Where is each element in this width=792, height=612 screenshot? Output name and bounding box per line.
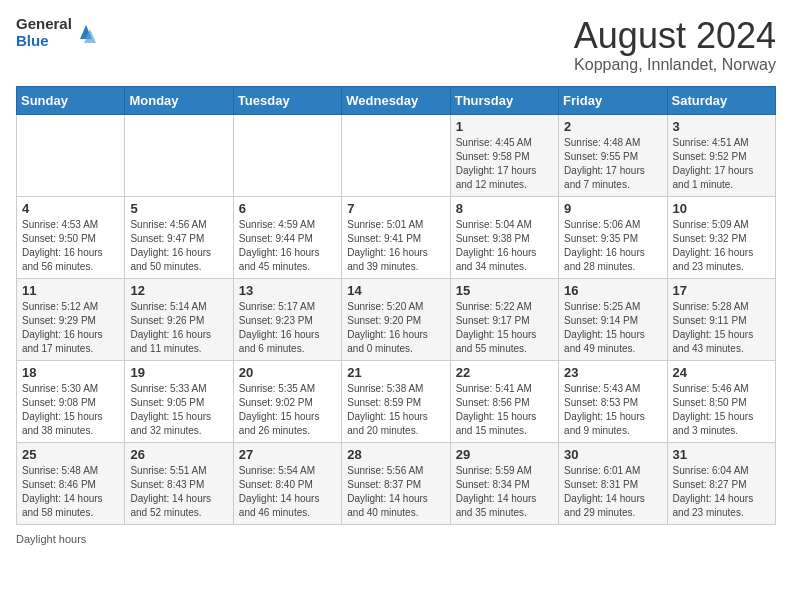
day-number: 13 bbox=[239, 283, 336, 298]
calendar-cell: 27Sunrise: 5:54 AM Sunset: 8:40 PM Dayli… bbox=[233, 442, 341, 524]
day-info: Sunrise: 4:59 AM Sunset: 9:44 PM Dayligh… bbox=[239, 218, 336, 274]
day-number: 31 bbox=[673, 447, 770, 462]
day-info: Sunrise: 5:01 AM Sunset: 9:41 PM Dayligh… bbox=[347, 218, 444, 274]
calendar-header: SundayMondayTuesdayWednesdayThursdayFrid… bbox=[17, 86, 776, 114]
calendar-cell: 12Sunrise: 5:14 AM Sunset: 9:26 PM Dayli… bbox=[125, 278, 233, 360]
calendar-cell: 30Sunrise: 6:01 AM Sunset: 8:31 PM Dayli… bbox=[559, 442, 667, 524]
day-number: 21 bbox=[347, 365, 444, 380]
day-info: Sunrise: 5:17 AM Sunset: 9:23 PM Dayligh… bbox=[239, 300, 336, 356]
day-info: Sunrise: 5:14 AM Sunset: 9:26 PM Dayligh… bbox=[130, 300, 227, 356]
day-info: Sunrise: 5:12 AM Sunset: 9:29 PM Dayligh… bbox=[22, 300, 119, 356]
day-info: Sunrise: 5:46 AM Sunset: 8:50 PM Dayligh… bbox=[673, 382, 770, 438]
day-number: 30 bbox=[564, 447, 661, 462]
calendar-week-1: 1Sunrise: 4:45 AM Sunset: 9:58 PM Daylig… bbox=[17, 114, 776, 196]
logo-general: General bbox=[16, 16, 72, 33]
calendar-cell: 1Sunrise: 4:45 AM Sunset: 9:58 PM Daylig… bbox=[450, 114, 558, 196]
day-number: 7 bbox=[347, 201, 444, 216]
day-info: Sunrise: 5:04 AM Sunset: 9:38 PM Dayligh… bbox=[456, 218, 553, 274]
logo-block: General Blue bbox=[16, 16, 98, 49]
header: General Blue August 2024 Koppang, Innlan… bbox=[16, 16, 776, 74]
calendar-week-4: 18Sunrise: 5:30 AM Sunset: 9:08 PM Dayli… bbox=[17, 360, 776, 442]
calendar-cell: 18Sunrise: 5:30 AM Sunset: 9:08 PM Dayli… bbox=[17, 360, 125, 442]
day-number: 17 bbox=[673, 283, 770, 298]
calendar-cell: 26Sunrise: 5:51 AM Sunset: 8:43 PM Dayli… bbox=[125, 442, 233, 524]
calendar-cell: 9Sunrise: 5:06 AM Sunset: 9:35 PM Daylig… bbox=[559, 196, 667, 278]
day-info: Sunrise: 5:25 AM Sunset: 9:14 PM Dayligh… bbox=[564, 300, 661, 356]
day-number: 20 bbox=[239, 365, 336, 380]
day-number: 29 bbox=[456, 447, 553, 462]
day-info: Sunrise: 5:43 AM Sunset: 8:53 PM Dayligh… bbox=[564, 382, 661, 438]
day-number: 9 bbox=[564, 201, 661, 216]
calendar-cell bbox=[125, 114, 233, 196]
calendar-table: SundayMondayTuesdayWednesdayThursdayFrid… bbox=[16, 86, 776, 525]
day-info: Sunrise: 5:30 AM Sunset: 9:08 PM Dayligh… bbox=[22, 382, 119, 438]
day-info: Sunrise: 4:48 AM Sunset: 9:55 PM Dayligh… bbox=[564, 136, 661, 192]
weekday-header-sunday: Sunday bbox=[17, 86, 125, 114]
day-number: 5 bbox=[130, 201, 227, 216]
day-info: Sunrise: 5:48 AM Sunset: 8:46 PM Dayligh… bbox=[22, 464, 119, 520]
day-number: 10 bbox=[673, 201, 770, 216]
calendar-cell: 7Sunrise: 5:01 AM Sunset: 9:41 PM Daylig… bbox=[342, 196, 450, 278]
calendar-cell: 10Sunrise: 5:09 AM Sunset: 9:32 PM Dayli… bbox=[667, 196, 775, 278]
weekday-header-thursday: Thursday bbox=[450, 86, 558, 114]
weekday-row: SundayMondayTuesdayWednesdayThursdayFrid… bbox=[17, 86, 776, 114]
calendar-body: 1Sunrise: 4:45 AM Sunset: 9:58 PM Daylig… bbox=[17, 114, 776, 524]
day-number: 23 bbox=[564, 365, 661, 380]
calendar-cell: 16Sunrise: 5:25 AM Sunset: 9:14 PM Dayli… bbox=[559, 278, 667, 360]
calendar-cell: 20Sunrise: 5:35 AM Sunset: 9:02 PM Dayli… bbox=[233, 360, 341, 442]
calendar-cell: 28Sunrise: 5:56 AM Sunset: 8:37 PM Dayli… bbox=[342, 442, 450, 524]
calendar-cell: 23Sunrise: 5:43 AM Sunset: 8:53 PM Dayli… bbox=[559, 360, 667, 442]
day-info: Sunrise: 4:45 AM Sunset: 9:58 PM Dayligh… bbox=[456, 136, 553, 192]
day-info: Sunrise: 5:33 AM Sunset: 9:05 PM Dayligh… bbox=[130, 382, 227, 438]
calendar-cell: 29Sunrise: 5:59 AM Sunset: 8:34 PM Dayli… bbox=[450, 442, 558, 524]
calendar-cell: 25Sunrise: 5:48 AM Sunset: 8:46 PM Dayli… bbox=[17, 442, 125, 524]
day-number: 8 bbox=[456, 201, 553, 216]
calendar-week-3: 11Sunrise: 5:12 AM Sunset: 9:29 PM Dayli… bbox=[17, 278, 776, 360]
calendar-cell: 6Sunrise: 4:59 AM Sunset: 9:44 PM Daylig… bbox=[233, 196, 341, 278]
weekday-header-tuesday: Tuesday bbox=[233, 86, 341, 114]
weekday-header-wednesday: Wednesday bbox=[342, 86, 450, 114]
day-number: 24 bbox=[673, 365, 770, 380]
calendar-cell: 21Sunrise: 5:38 AM Sunset: 8:59 PM Dayli… bbox=[342, 360, 450, 442]
calendar-cell: 3Sunrise: 4:51 AM Sunset: 9:52 PM Daylig… bbox=[667, 114, 775, 196]
logo-triangle-icon bbox=[74, 21, 98, 45]
day-info: Sunrise: 5:09 AM Sunset: 9:32 PM Dayligh… bbox=[673, 218, 770, 274]
day-number: 22 bbox=[456, 365, 553, 380]
day-info: Sunrise: 6:04 AM Sunset: 8:27 PM Dayligh… bbox=[673, 464, 770, 520]
calendar-cell: 19Sunrise: 5:33 AM Sunset: 9:05 PM Dayli… bbox=[125, 360, 233, 442]
calendar-cell bbox=[342, 114, 450, 196]
day-number: 16 bbox=[564, 283, 661, 298]
day-info: Sunrise: 4:53 AM Sunset: 9:50 PM Dayligh… bbox=[22, 218, 119, 274]
title-area: August 2024 Koppang, Innlandet, Norway bbox=[574, 16, 776, 74]
day-number: 19 bbox=[130, 365, 227, 380]
day-info: Sunrise: 5:54 AM Sunset: 8:40 PM Dayligh… bbox=[239, 464, 336, 520]
day-info: Sunrise: 5:38 AM Sunset: 8:59 PM Dayligh… bbox=[347, 382, 444, 438]
calendar-cell bbox=[233, 114, 341, 196]
day-number: 4 bbox=[22, 201, 119, 216]
day-number: 25 bbox=[22, 447, 119, 462]
weekday-header-monday: Monday bbox=[125, 86, 233, 114]
calendar-cell: 4Sunrise: 4:53 AM Sunset: 9:50 PM Daylig… bbox=[17, 196, 125, 278]
day-number: 2 bbox=[564, 119, 661, 134]
day-number: 27 bbox=[239, 447, 336, 462]
calendar-week-2: 4Sunrise: 4:53 AM Sunset: 9:50 PM Daylig… bbox=[17, 196, 776, 278]
calendar-cell: 14Sunrise: 5:20 AM Sunset: 9:20 PM Dayli… bbox=[342, 278, 450, 360]
weekday-header-saturday: Saturday bbox=[667, 86, 775, 114]
calendar-cell bbox=[17, 114, 125, 196]
calendar-week-5: 25Sunrise: 5:48 AM Sunset: 8:46 PM Dayli… bbox=[17, 442, 776, 524]
daylight-hours-label: Daylight hours bbox=[16, 533, 86, 545]
day-info: Sunrise: 4:56 AM Sunset: 9:47 PM Dayligh… bbox=[130, 218, 227, 274]
day-info: Sunrise: 4:51 AM Sunset: 9:52 PM Dayligh… bbox=[673, 136, 770, 192]
day-number: 28 bbox=[347, 447, 444, 462]
calendar-cell: 11Sunrise: 5:12 AM Sunset: 9:29 PM Dayli… bbox=[17, 278, 125, 360]
page-title: August 2024 bbox=[574, 16, 776, 56]
calendar-cell: 15Sunrise: 5:22 AM Sunset: 9:17 PM Dayli… bbox=[450, 278, 558, 360]
day-number: 1 bbox=[456, 119, 553, 134]
day-info: Sunrise: 6:01 AM Sunset: 8:31 PM Dayligh… bbox=[564, 464, 661, 520]
calendar-cell: 8Sunrise: 5:04 AM Sunset: 9:38 PM Daylig… bbox=[450, 196, 558, 278]
day-info: Sunrise: 5:59 AM Sunset: 8:34 PM Dayligh… bbox=[456, 464, 553, 520]
day-info: Sunrise: 5:06 AM Sunset: 9:35 PM Dayligh… bbox=[564, 218, 661, 274]
calendar-cell: 17Sunrise: 5:28 AM Sunset: 9:11 PM Dayli… bbox=[667, 278, 775, 360]
day-number: 12 bbox=[130, 283, 227, 298]
calendar-cell: 24Sunrise: 5:46 AM Sunset: 8:50 PM Dayli… bbox=[667, 360, 775, 442]
